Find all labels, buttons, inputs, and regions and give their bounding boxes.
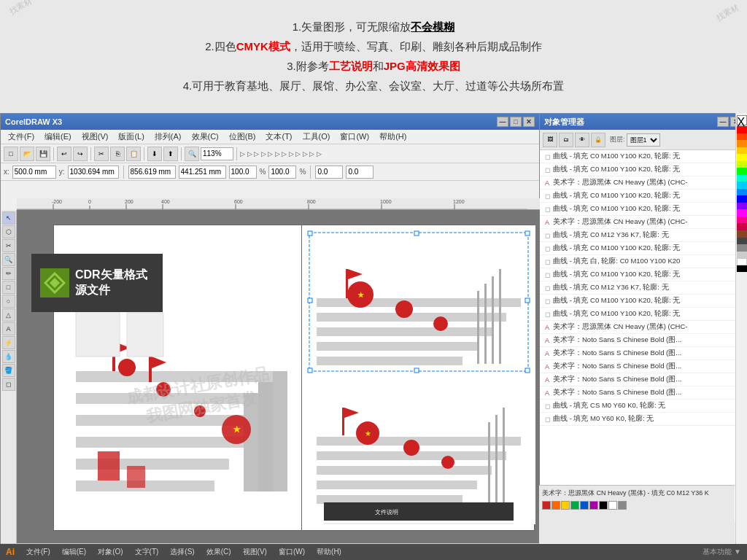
x-input[interactable]	[12, 166, 56, 179]
palette-ltblue[interactable]	[737, 182, 747, 189]
save-icon[interactable]: 💾	[36, 147, 50, 161]
ai-menu-object[interactable]: 对象(O)	[98, 547, 123, 557]
swatch-purple[interactable]	[589, 501, 598, 510]
panel-icon3[interactable]: 👁	[575, 133, 589, 147]
panel-item-4[interactable]: ◻ 曲线 - 填充 C0 M100 Y100 K20, 轮廓: 无	[540, 190, 746, 203]
palette-black[interactable]	[737, 265, 747, 273]
width-input[interactable]	[128, 166, 176, 179]
cut-icon[interactable]: ✂	[94, 147, 109, 161]
outline-tool[interactable]: ◻	[2, 378, 15, 391]
ai-menu-window[interactable]: 窗口(W)	[279, 547, 305, 557]
zoom-input[interactable]	[201, 147, 233, 160]
swatch-yellow[interactable]	[561, 501, 570, 510]
panel-item-14[interactable]: A 美术字：思源黑体 CN Heavy (黑体) (CHC-	[540, 321, 746, 334]
palette-dkgray[interactable]	[737, 238, 747, 245]
palette-yelgreen[interactable]	[737, 161, 747, 168]
menu-tools[interactable]: 工具(O)	[298, 130, 335, 144]
palette-dkblue[interactable]	[737, 195, 747, 203]
ai-menu-effects[interactable]: 效果(C)	[206, 547, 231, 557]
menu-view[interactable]: 视图(V)	[77, 130, 113, 144]
panel-item-21[interactable]: ◻ 曲线 - 填充 M0 Y60 K0, 轮廓: 无	[540, 413, 746, 426]
palette-crimson[interactable]	[737, 223, 747, 230]
palette-ltgray[interactable]	[737, 252, 747, 259]
swatch-black[interactable]	[599, 501, 608, 510]
ai-menu-file[interactable]: 文件(F)	[26, 547, 50, 557]
palette-blue[interactable]	[737, 189, 747, 196]
export-icon[interactable]: ⬆	[163, 147, 178, 161]
menu-edit[interactable]: 编辑(E)	[40, 130, 76, 144]
maximize-button[interactable]: □	[510, 117, 522, 127]
menu-text[interactable]: 文本(T)	[261, 130, 296, 144]
panel-item-19[interactable]: A 美术字：Noto Sans S Chinese Bold (图...	[540, 386, 746, 400]
hpct-input[interactable]	[268, 166, 296, 179]
shape-tool[interactable]: ⬡	[2, 225, 15, 238]
ai-menu-text[interactable]: 文字(T)	[135, 547, 159, 557]
copy-icon[interactable]: ⎘	[110, 147, 125, 161]
swatch-gray[interactable]	[618, 501, 627, 510]
palette-cyan[interactable]	[737, 175, 747, 182]
palette-gray[interactable]	[737, 244, 747, 252]
panel-item-5[interactable]: ◻ 曲线 - 填充 C0 M100 Y100 K20, 轮廓: 无	[540, 203, 746, 216]
redo-icon[interactable]: ↪	[73, 147, 88, 161]
panel-item-11[interactable]: ◻ 曲线 - 填充 C0 M12 Y36 K7, 轮廓: 无	[540, 281, 746, 295]
panel-item-10[interactable]: ◻ 曲线 - 填充 C0 M100 Y100 K20, 轮廓: 无	[540, 268, 746, 281]
panel-item-2[interactable]: ◻ 曲线 - 填充 C0 M100 Y100 K20, 轮廓: 无	[540, 163, 746, 176]
fill-tool[interactable]: 🪣	[2, 364, 15, 377]
menu-layout[interactable]: 版面(L)	[114, 130, 148, 144]
layer-select[interactable]: 图层1	[627, 133, 660, 147]
rectangle-tool[interactable]: □	[2, 281, 15, 294]
panel-icon2[interactable]: 🗂	[559, 133, 573, 147]
height-input[interactable]	[179, 166, 226, 179]
ai-menu-edit[interactable]: 编辑(E)	[62, 547, 86, 557]
palette-pink[interactable]	[737, 217, 747, 224]
swatch-red[interactable]	[542, 501, 551, 510]
open-icon[interactable]: 📂	[20, 147, 34, 161]
palette-magenta[interactable]	[737, 209, 747, 217]
wpct-input[interactable]	[229, 166, 257, 179]
undo-icon[interactable]: ↩	[57, 147, 71, 161]
y-input[interactable]	[68, 166, 119, 179]
import-icon[interactable]: ⬇	[147, 147, 162, 161]
ratio-input[interactable]	[346, 166, 374, 179]
menu-help[interactable]: 帮助(H)	[375, 130, 411, 144]
ellipse-tool[interactable]: ○	[2, 295, 15, 308]
paste-icon[interactable]: 📋	[126, 147, 141, 161]
text-tool[interactable]: A	[2, 322, 15, 335]
new-icon[interactable]: □	[4, 147, 18, 161]
palette-yellow2[interactable]	[737, 154, 747, 161]
panel-item-12[interactable]: ◻ 曲线 - 填充 C0 M100 Y100 K20, 轮廓: 无	[540, 295, 746, 308]
panel-item-16[interactable]: A 美术字：Noto Sans S Chinese Bold (图...	[540, 347, 746, 360]
freehand-tool[interactable]: ✏	[2, 267, 15, 280]
panel-minimize[interactable]: —	[717, 117, 729, 127]
swatch-white[interactable]	[608, 501, 617, 510]
polygon-tool[interactable]: △	[2, 308, 15, 322]
ai-menu-view[interactable]: 视图(V)	[243, 547, 267, 557]
eyedropper-tool[interactable]: 💧	[2, 350, 15, 363]
palette-violet[interactable]	[737, 203, 747, 210]
panel-item-3[interactable]: A 美术字：思源黑体 CN Heavy (黑体) (CHC-	[540, 176, 746, 190]
panel-item-17[interactable]: A 美术字：Noto Sans S Chinese Bold (图...	[540, 360, 746, 373]
palette-red[interactable]	[737, 126, 747, 133]
angle-input[interactable]	[315, 166, 343, 179]
panel-item-6[interactable]: A 美术字：思源黑体 CN Heavy (黑体) (CHC-	[540, 216, 746, 229]
swatch-green[interactable]	[570, 501, 579, 510]
connector-tool[interactable]: ⚡	[2, 336, 15, 349]
panel-item-1[interactable]: ◻ 曲线 - 填充 C0 M100 Y100 K20, 轮廓: 无	[540, 150, 746, 163]
swatch-orange[interactable]	[551, 501, 560, 510]
palette-orange[interactable]	[737, 140, 747, 147]
panel-item-15[interactable]: A 美术字：Noto Sans S Chinese Bold (图...	[540, 334, 746, 347]
minimize-button[interactable]: —	[497, 117, 508, 127]
panel-item-18[interactable]: A 美术字：Noto Sans S Chinese Bold (图...	[540, 373, 746, 386]
crop-tool[interactable]: ✂	[2, 239, 15, 252]
palette-white[interactable]	[737, 258, 747, 265]
close-button[interactable]: ✕	[523, 117, 535, 127]
ai-menu-select[interactable]: 选择(S)	[170, 547, 194, 557]
zoom-tool[interactable]: 🔍	[2, 253, 15, 266]
ai-menu-help[interactable]: 帮助(H)	[317, 547, 341, 557]
panel-item-20[interactable]: ◻ 曲线 - 填充 CS M0 Y60 K0, 轮廓: 无	[540, 400, 746, 413]
ai-workspace[interactable]: 基本功能 ▼	[703, 547, 741, 557]
panel-item-8[interactable]: ◻ 曲线 - 填充 C0 M100 Y100 K20, 轮廓: 无	[540, 242, 746, 255]
swatch-blue[interactable]	[580, 501, 589, 510]
menu-bitmap[interactable]: 位图(B)	[225, 130, 260, 144]
canvas-area[interactable]: CDR矢量格式 源文件	[17, 210, 541, 549]
